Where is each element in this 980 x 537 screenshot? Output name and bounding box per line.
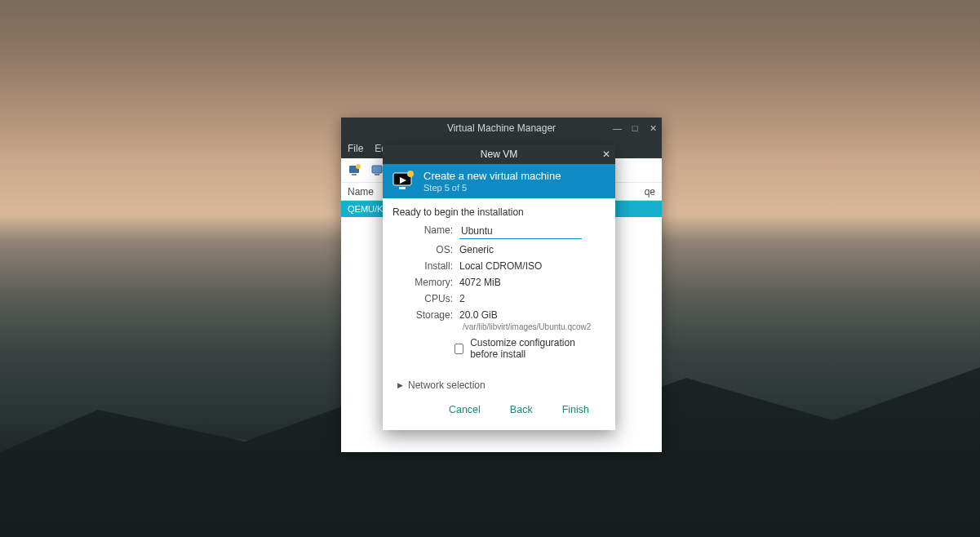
label-install: Install: <box>407 260 453 272</box>
chevron-right-icon: ▶ <box>397 381 403 389</box>
vmm-window-title: Virtual Machine Manager <box>447 122 556 134</box>
svg-point-8 <box>407 171 414 177</box>
close-icon[interactable]: ✕ <box>602 144 610 164</box>
finish-button[interactable]: Finish <box>562 404 589 415</box>
new-vm-dialog-title: New VM <box>481 149 517 160</box>
maximize-icon[interactable]: □ <box>631 124 639 133</box>
svg-point-2 <box>356 164 361 169</box>
column-name[interactable]: Name <box>348 186 374 197</box>
customize-row: Customize configuration before install <box>455 337 605 360</box>
value-storage: 20.0 GiB /var/lib/libvirt/images/Ubuntu.… <box>459 309 605 332</box>
svg-rect-4 <box>375 174 379 175</box>
summary-grid: Name: OS: Generic Install: Local CDROM/I… <box>407 224 605 332</box>
value-os: Generic <box>459 244 605 255</box>
value-memory: 4072 MiB <box>459 277 605 288</box>
menu-file[interactable]: File <box>348 143 363 154</box>
new-vm-toolbar-icon[interactable] <box>348 163 362 178</box>
label-memory: Memory: <box>407 277 453 288</box>
minimize-icon[interactable]: — <box>613 124 621 133</box>
value-cpus: 2 <box>459 293 605 304</box>
new-vm-dialog-titlebar[interactable]: New VM ✕ <box>383 144 615 164</box>
ready-text: Ready to begin the installation <box>392 206 605 218</box>
vm-name-input[interactable] <box>459 224 582 239</box>
label-cpus: CPUs: <box>407 293 453 304</box>
svg-rect-1 <box>352 174 357 175</box>
customize-checkbox[interactable] <box>455 344 463 354</box>
network-selection-expander[interactable]: ▶ Network selection <box>397 379 605 391</box>
label-name: Name: <box>407 224 453 239</box>
label-storage: Storage: <box>407 309 453 332</box>
dialog-actions: Cancel Back Finish <box>392 399 605 427</box>
label-os: OS: <box>407 244 453 255</box>
network-selection-label: Network selection <box>408 379 486 391</box>
new-vm-dialog-header-text: Create a new virtual machine Step 5 of 5 <box>423 170 561 193</box>
column-usage-fragment[interactable]: qe <box>645 186 655 197</box>
dialog-header-step: Step 5 of 5 <box>423 183 561 193</box>
value-install: Local CDROM/ISO <box>459 260 605 272</box>
cancel-button[interactable]: Cancel <box>449 404 481 415</box>
new-vm-dialog-header: Create a new virtual machine Step 5 of 5 <box>383 164 615 198</box>
vm-monitor-icon <box>391 169 415 193</box>
close-icon[interactable]: ✕ <box>649 124 657 133</box>
new-vm-dialog-body: Ready to begin the installation Name: OS… <box>383 198 615 430</box>
vmm-titlebar[interactable]: Virtual Machine Manager — □ ✕ <box>341 118 662 139</box>
back-button[interactable]: Back <box>510 404 533 415</box>
svg-rect-7 <box>399 187 406 189</box>
vmm-titlebar-controls: — □ ✕ <box>613 118 657 139</box>
value-name <box>459 224 605 239</box>
dialog-header-title: Create a new virtual machine <box>423 170 561 183</box>
svg-rect-3 <box>372 166 382 173</box>
storage-path: /var/lib/libvirt/images/Ubuntu.qcow2 <box>463 322 591 331</box>
customize-label: Customize configuration before install <box>470 337 605 360</box>
new-vm-dialog: New VM ✕ Create a new virtual machine St… <box>383 144 615 430</box>
storage-size: 20.0 GiB <box>459 309 498 321</box>
